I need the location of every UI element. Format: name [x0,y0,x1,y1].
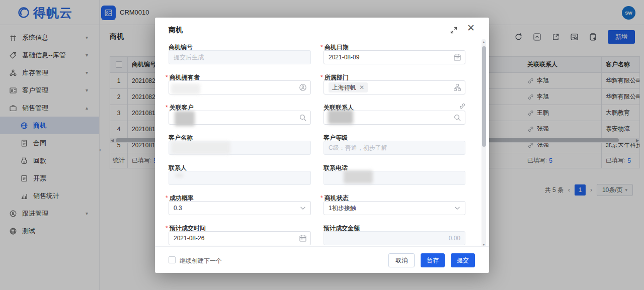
cancel-button[interactable]: 取消 [388,253,415,267]
redacted-value [175,111,195,126]
scroll-up-icon[interactable]: ▲ [481,40,486,44]
scroll-down-icon[interactable]: ▼ [481,243,486,246]
redacted-value [344,170,373,183]
department-tag: 上海得帆✕ [329,82,368,92]
redacted-value [171,83,200,94]
remove-tag-icon[interactable]: ✕ [359,84,364,91]
success-probability-select[interactable]: 0.3 [169,201,311,215]
modal-footer: 继续创建下一个 取消 暂存 提交 [155,246,489,273]
modal-title: 商机 [169,26,183,35]
department-input[interactable]: 上海得帆✕ [324,80,465,94]
redacted-value [175,173,183,177]
calendar-icon [453,53,461,61]
vertical-scrollbar[interactable]: ▲ ▼ [481,39,486,247]
opportunity-code-input: 提交后生成 [169,50,311,64]
chevron-down-icon [299,204,307,212]
create-next-checkbox[interactable] [169,256,176,263]
redacted-value [171,141,230,154]
search-icon [299,114,307,122]
save-draft-button[interactable]: 暂存 [421,253,445,267]
calendar-icon [299,234,307,242]
chevron-down-icon [453,204,461,212]
fullscreen-icon[interactable] [450,26,458,34]
expected-close-date-input[interactable]: 2021-08-26 [169,231,311,245]
link-icon[interactable] [459,103,466,110]
person-icon [299,83,307,91]
opportunity-status-select[interactable]: 1初步接触 [324,201,465,215]
redacted-value [328,110,353,124]
customer-grade-input: C级：普通，初步了解 [324,141,465,155]
scrollbar-thumb[interactable] [482,46,486,147]
org-chart-icon [453,83,461,91]
contact-person-input [169,171,311,185]
expected-amount-input: 0.00 [324,231,465,245]
opportunity-date-input[interactable]: 2021-08-09 [324,50,465,64]
create-next-label: 继续创建下一个 [180,257,222,265]
search-icon [453,114,461,122]
submit-button[interactable]: 提交 [451,253,475,267]
close-icon[interactable]: ✕ [467,23,475,33]
